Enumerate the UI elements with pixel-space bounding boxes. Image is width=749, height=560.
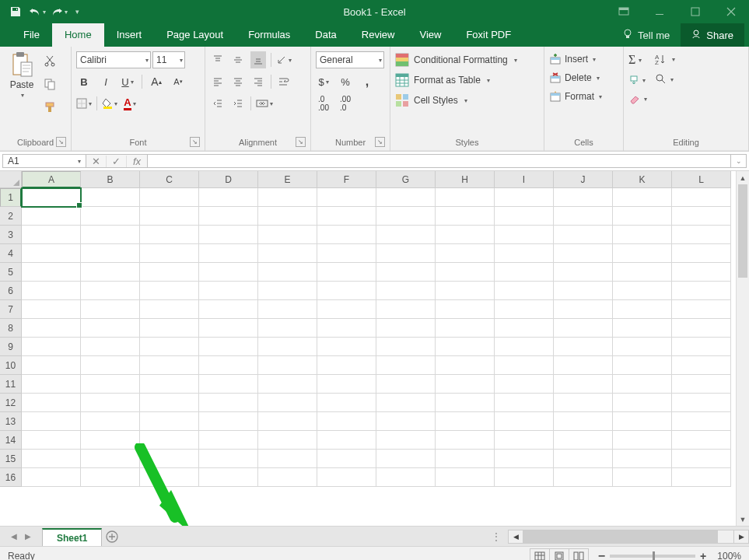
decrease-font-icon[interactable]: A▾ (170, 73, 186, 90)
cell[interactable] (22, 188, 81, 207)
cell[interactable] (140, 263, 199, 282)
cell[interactable] (258, 338, 317, 356)
column-header[interactable]: C (140, 171, 199, 188)
number-dialog-icon[interactable]: ↘ (375, 137, 385, 147)
cell[interactable] (22, 226, 81, 244)
cell[interactable] (81, 188, 140, 207)
cell[interactable] (22, 282, 81, 300)
row-header[interactable]: 15 (0, 450, 22, 468)
cell[interactable] (199, 468, 258, 487)
cell[interactable] (258, 412, 317, 431)
cell[interactable] (672, 468, 731, 487)
cell[interactable] (613, 207, 672, 226)
cell[interactable] (436, 188, 495, 207)
cell[interactable] (613, 338, 672, 356)
cell[interactable] (495, 412, 554, 431)
fill-button[interactable]: ▾ (628, 75, 646, 86)
formula-input[interactable] (148, 154, 731, 168)
cell[interactable] (613, 356, 672, 375)
zoom-out-button[interactable]: − (598, 549, 605, 561)
column-header[interactable]: B (81, 171, 140, 188)
cell[interactable] (613, 188, 672, 207)
cell[interactable] (495, 263, 554, 282)
cell[interactable] (140, 356, 199, 375)
cell[interactable] (199, 356, 258, 375)
cell[interactable] (22, 319, 81, 338)
cell[interactable] (376, 468, 436, 487)
cell[interactable] (672, 450, 731, 468)
page-layout-view-icon[interactable] (549, 548, 569, 561)
cell[interactable] (140, 450, 199, 468)
cell[interactable] (199, 412, 258, 431)
cell[interactable] (22, 450, 81, 468)
cell[interactable] (613, 282, 672, 300)
cut-icon[interactable] (40, 51, 59, 70)
font-color-icon[interactable]: A▾ (122, 95, 138, 112)
cell[interactable] (672, 338, 731, 356)
cell[interactable] (672, 263, 731, 282)
cell[interactable] (258, 188, 317, 207)
cell[interactable] (258, 431, 317, 450)
cell[interactable] (495, 431, 554, 450)
cell[interactable] (436, 319, 495, 338)
clipboard-dialog-icon[interactable]: ↘ (56, 137, 66, 147)
cell[interactable] (258, 244, 317, 263)
cell[interactable] (258, 394, 317, 412)
cell[interactable] (554, 207, 613, 226)
normal-view-icon[interactable] (530, 548, 550, 561)
increase-font-icon[interactable]: A▴ (149, 73, 164, 90)
cell[interactable] (317, 450, 376, 468)
cell[interactable] (140, 375, 199, 394)
cell[interactable] (436, 263, 495, 282)
cell[interactable] (672, 300, 731, 319)
increase-indent-icon[interactable] (230, 95, 246, 112)
scroll-down-icon[interactable]: ▼ (737, 513, 749, 526)
cell[interactable] (613, 300, 672, 319)
paste-button[interactable]: Paste ▾ (5, 50, 39, 99)
cell[interactable] (613, 226, 672, 244)
cell[interactable] (140, 188, 199, 207)
cell[interactable] (376, 338, 436, 356)
cell[interactable] (672, 226, 731, 244)
cell[interactable] (672, 412, 731, 431)
ribbon-display-icon[interactable] (606, 0, 642, 23)
row-header[interactable]: 7 (0, 300, 22, 319)
cell[interactable] (554, 412, 613, 431)
cell[interactable] (554, 394, 613, 412)
cell[interactable] (495, 468, 554, 487)
horizontal-scrollbar[interactable]: ⋮ ◀ ▶ (485, 527, 749, 546)
share-button[interactable]: Share (681, 23, 744, 47)
cell[interactable] (22, 356, 81, 375)
cell[interactable] (672, 282, 731, 300)
cell[interactable] (199, 244, 258, 263)
insert-cells-button[interactable]: Insert▾ (549, 53, 596, 65)
cell[interactable] (613, 468, 672, 487)
cell[interactable] (317, 244, 376, 263)
cell[interactable] (140, 319, 199, 338)
cell[interactable] (436, 226, 495, 244)
cell[interactable] (81, 431, 140, 450)
cell[interactable] (81, 468, 140, 487)
cell[interactable] (140, 226, 199, 244)
row-header[interactable]: 5 (0, 263, 22, 282)
fx-icon[interactable]: fx (127, 156, 147, 167)
cell[interactable] (140, 207, 199, 226)
tab-home[interactable]: Home (52, 23, 104, 47)
sheet-nav-next-icon[interactable]: ▶ (25, 532, 31, 541)
cell[interactable] (495, 338, 554, 356)
cell[interactable] (317, 356, 376, 375)
cell[interactable] (554, 375, 613, 394)
cell[interactable] (317, 282, 376, 300)
align-middle-icon[interactable] (230, 51, 246, 68)
redo-icon[interactable]: ▾ (50, 2, 68, 21)
cell[interactable] (199, 375, 258, 394)
cell[interactable] (436, 282, 495, 300)
format-cells-button[interactable]: Format▾ (549, 90, 602, 103)
autosum-button[interactable]: Σ▾ (628, 53, 642, 67)
cell[interactable] (672, 207, 731, 226)
column-header[interactable]: E (258, 171, 317, 188)
row-header[interactable]: 1 (0, 188, 22, 207)
cell[interactable] (436, 356, 495, 375)
increase-decimal-icon[interactable]: .0.00 (316, 95, 331, 112)
cell[interactable] (376, 375, 436, 394)
